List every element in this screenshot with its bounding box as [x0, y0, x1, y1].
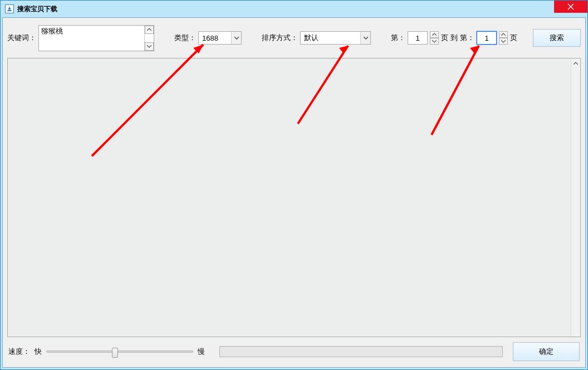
- page-from-up[interactable]: [430, 31, 439, 38]
- sort-select[interactable]: 默认: [300, 31, 371, 45]
- ok-button[interactable]: 确定: [513, 342, 580, 361]
- page-unit-1: 页: [441, 33, 448, 43]
- chevron-down-icon: [432, 40, 437, 43]
- chevron-down-icon: [501, 40, 506, 43]
- page-from-input[interactable]: [408, 31, 428, 45]
- sort-value: 默认: [304, 33, 360, 43]
- speed-slow-label: 慢: [198, 347, 205, 357]
- window-title: 搜索宝贝下载: [17, 4, 57, 14]
- type-select[interactable]: 1688: [198, 31, 242, 45]
- client-area: 关键词： 类型： 1688: [2, 17, 586, 368]
- filter-row: 关键词： 类型： 1688: [7, 22, 581, 53]
- type-label: 类型：: [174, 33, 196, 43]
- app-icon: [5, 4, 14, 13]
- speed-fast-label: 快: [35, 347, 42, 357]
- progress-bar-wrap: [219, 346, 503, 357]
- speed-label: 速度：: [8, 347, 30, 357]
- page-from-spinner: [430, 31, 439, 45]
- keyword-label: 关键词：: [7, 33, 36, 43]
- search-button[interactable]: 搜索: [533, 29, 581, 47]
- scroll-up-icon[interactable]: [571, 59, 580, 68]
- keyword-scroll-down[interactable]: [145, 42, 154, 51]
- close-icon: [567, 3, 574, 10]
- chevron-up-icon: [501, 33, 506, 36]
- type-value: 1688: [202, 34, 231, 42]
- close-button[interactable]: [554, 1, 587, 13]
- page-to-down[interactable]: [499, 38, 508, 45]
- app-window: 搜索宝贝下载 关键词： 类型：: [0, 0, 588, 370]
- slider-track: [46, 350, 193, 353]
- chevron-down-icon: [147, 45, 151, 48]
- keyword-scroll-up[interactable]: [145, 26, 154, 34]
- page-from-down[interactable]: [430, 38, 439, 45]
- results-panel: [7, 58, 581, 337]
- chevron-down-icon: [364, 36, 368, 40]
- keyword-scroll: [144, 26, 154, 51]
- slider-thumb[interactable]: [112, 348, 118, 358]
- speed-slider[interactable]: [46, 346, 193, 357]
- page-to-word: 到: [450, 33, 458, 43]
- type-dropdown-arrow: [231, 32, 241, 44]
- page-to-up[interactable]: [499, 31, 508, 38]
- bottom-bar: 速度： 快 慢 确定: [7, 340, 581, 363]
- keyword-input-wrap: [38, 25, 154, 51]
- page-from-prefix: 第：: [391, 33, 405, 43]
- chevron-down-icon: [234, 36, 239, 40]
- svg-rect-1: [8, 10, 12, 11]
- chevron-up-icon: [147, 28, 151, 31]
- page-to-spinner: [499, 31, 508, 45]
- sort-label: 排序方式：: [262, 33, 298, 43]
- keyword-input[interactable]: [39, 26, 144, 51]
- titlebar: 搜索宝贝下载: [1, 1, 587, 17]
- page-unit-2: 页: [510, 33, 517, 43]
- page-to-input[interactable]: [477, 31, 497, 45]
- results-scrollbar[interactable]: [571, 59, 580, 337]
- page-to-prefix: 第：: [460, 33, 474, 43]
- chevron-up-icon: [432, 33, 437, 36]
- sort-dropdown-arrow: [360, 32, 370, 44]
